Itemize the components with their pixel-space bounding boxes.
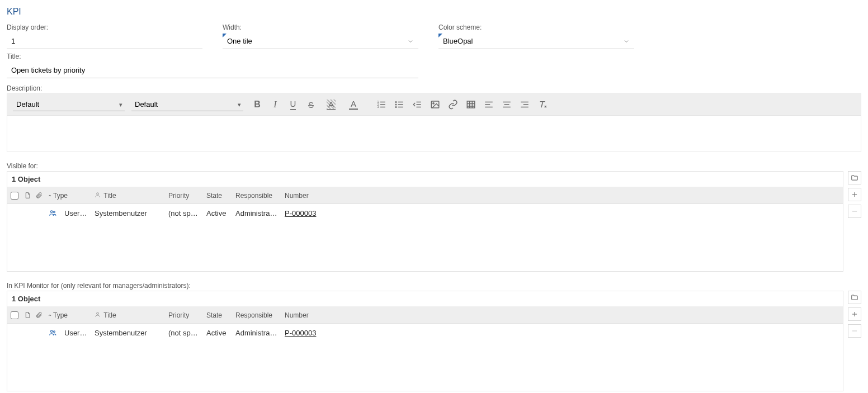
cell-title: Systembenutzer bbox=[91, 329, 165, 337]
cell-number-link[interactable]: P-000003 bbox=[285, 209, 316, 217]
col-priority[interactable]: Priority bbox=[165, 311, 203, 319]
svg-point-32 bbox=[51, 211, 53, 213]
unordered-list-button[interactable] bbox=[392, 97, 407, 112]
cell-type: User group bbox=[61, 209, 91, 217]
cell-type: User group bbox=[61, 329, 91, 337]
title-field: Title: bbox=[7, 53, 418, 78]
col-title-text: Title bbox=[103, 192, 116, 200]
col-priority[interactable]: Priority bbox=[165, 192, 203, 200]
col-title[interactable]: Title bbox=[91, 311, 165, 319]
open-folder-button[interactable] bbox=[848, 291, 861, 304]
cell-number-link[interactable]: P-000003 bbox=[285, 329, 316, 337]
person-icon bbox=[95, 311, 102, 319]
font-family-select[interactable] bbox=[13, 98, 125, 111]
svg-point-31 bbox=[97, 192, 99, 195]
open-folder-button[interactable] bbox=[848, 171, 861, 184]
table-row[interactable]: User group Systembenutzer (not spec... A… bbox=[7, 324, 843, 342]
svg-text:3: 3 bbox=[378, 105, 379, 108]
title-input[interactable] bbox=[7, 63, 418, 78]
insert-image-button[interactable] bbox=[428, 97, 442, 112]
align-right-button[interactable] bbox=[517, 97, 532, 112]
page-title: KPI bbox=[7, 7, 861, 17]
width-required-indicator bbox=[223, 34, 227, 37]
display-order-label: Display order: bbox=[7, 23, 202, 31]
kpi-monitor-for-summary: 1 Object bbox=[7, 291, 843, 307]
col-number[interactable]: Number bbox=[281, 311, 337, 319]
table-row[interactable]: User group Systembenutzer (not spec... A… bbox=[7, 204, 843, 222]
svg-point-39 bbox=[53, 331, 55, 333]
col-state[interactable]: State bbox=[203, 192, 232, 200]
kpi-monitor-for-label: In KPI Monitor for (only relevant for ma… bbox=[7, 282, 861, 290]
width-select[interactable] bbox=[223, 34, 418, 49]
svg-point-9 bbox=[395, 102, 397, 103]
svg-point-33 bbox=[53, 211, 55, 213]
strikethrough-button[interactable]: S bbox=[304, 97, 318, 112]
attachment-column-icon[interactable] bbox=[33, 311, 44, 319]
select-all-checkbox[interactable] bbox=[11, 311, 18, 319]
svg-point-10 bbox=[395, 104, 397, 105]
insert-table-button[interactable] bbox=[464, 97, 478, 112]
width-field: Width: bbox=[223, 23, 418, 49]
cell-responsible: Administratio... bbox=[232, 329, 281, 337]
cell-state: Active bbox=[203, 209, 232, 217]
display-order-field: Display order: bbox=[7, 23, 202, 49]
description-content[interactable] bbox=[7, 116, 861, 151]
display-order-input[interactable] bbox=[7, 34, 202, 49]
description-label: Description: bbox=[7, 84, 42, 92]
usergroup-icon bbox=[44, 329, 61, 337]
background-color-button[interactable]: A bbox=[322, 97, 341, 112]
outdent-button[interactable] bbox=[410, 97, 424, 112]
color-scheme-select[interactable] bbox=[438, 34, 634, 49]
description-editor: ▾ ▾ B I U S A A 123 bbox=[7, 93, 861, 152]
cell-priority: (not spec... bbox=[165, 329, 203, 337]
person-icon bbox=[95, 192, 102, 200]
insert-link-button[interactable] bbox=[446, 97, 460, 112]
svg-rect-17 bbox=[467, 101, 475, 108]
col-title-text: Title bbox=[103, 311, 116, 319]
col-type[interactable]: Type bbox=[44, 311, 91, 319]
underline-button[interactable]: U bbox=[286, 97, 300, 112]
remove-button[interactable] bbox=[848, 205, 861, 218]
align-center-button[interactable] bbox=[499, 97, 514, 112]
editor-toolbar: ▾ ▾ B I U S A A 123 bbox=[7, 94, 861, 116]
grid-header: Type Title Priority State Responsible Nu… bbox=[7, 307, 843, 324]
remove-button[interactable] bbox=[848, 324, 861, 338]
visible-for-grid: 1 Object Type Title Priority State Respo… bbox=[7, 171, 843, 272]
italic-button[interactable]: I bbox=[268, 97, 282, 112]
ordered-list-button[interactable]: 123 bbox=[374, 97, 389, 112]
svg-point-37 bbox=[97, 312, 99, 314]
cell-title: Systembenutzer bbox=[91, 209, 165, 217]
align-left-button[interactable] bbox=[482, 97, 496, 112]
svg-point-11 bbox=[395, 107, 397, 108]
clear-formatting-button[interactable] bbox=[535, 97, 550, 112]
color-scheme-required-indicator bbox=[438, 34, 442, 37]
col-responsible[interactable]: Responsible bbox=[232, 192, 281, 200]
usergroup-icon bbox=[44, 209, 61, 217]
select-all-checkbox[interactable] bbox=[11, 192, 18, 200]
grid-header: Type Title Priority State Responsible Nu… bbox=[7, 187, 843, 204]
color-scheme-label: Color scheme: bbox=[438, 23, 634, 31]
cell-responsible: Administratio... bbox=[232, 209, 281, 217]
col-title[interactable]: Title bbox=[91, 192, 165, 200]
svg-point-38 bbox=[51, 330, 53, 333]
kpi-monitor-for-grid: 1 Object Type Title Priority State Respo… bbox=[7, 291, 843, 391]
text-color-button[interactable]: A bbox=[344, 97, 363, 112]
document-column-icon[interactable] bbox=[22, 192, 33, 199]
col-number[interactable]: Number bbox=[281, 192, 337, 200]
col-state[interactable]: State bbox=[203, 311, 232, 319]
add-button[interactable] bbox=[848, 188, 861, 201]
svg-point-16 bbox=[433, 103, 434, 104]
bold-button[interactable]: B bbox=[250, 97, 265, 112]
color-scheme-field: Color scheme: bbox=[438, 23, 634, 49]
col-type[interactable]: Type bbox=[44, 192, 91, 200]
visible-for-label: Visible for: bbox=[7, 162, 861, 170]
add-button[interactable] bbox=[848, 307, 861, 321]
visible-for-summary: 1 Object bbox=[7, 172, 843, 187]
cell-priority: (not spec... bbox=[165, 209, 203, 217]
document-column-icon[interactable] bbox=[22, 311, 33, 319]
width-label: Width: bbox=[223, 23, 418, 31]
attachment-column-icon[interactable] bbox=[33, 192, 44, 199]
col-responsible[interactable]: Responsible bbox=[232, 311, 281, 319]
cell-state: Active bbox=[203, 329, 232, 337]
font-size-select[interactable] bbox=[131, 98, 243, 111]
